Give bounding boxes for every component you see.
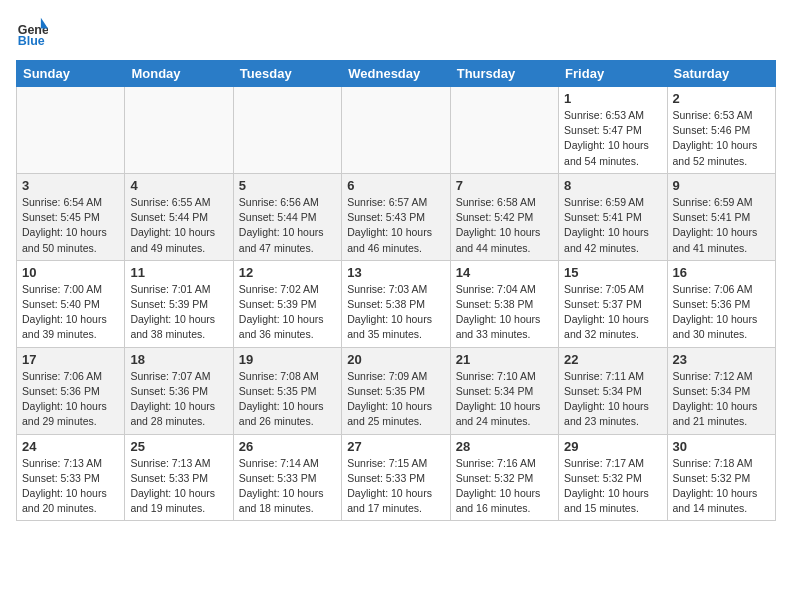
day-number: 25 — [130, 439, 227, 454]
calendar-cell: 30Sunrise: 7:18 AM Sunset: 5:32 PM Dayli… — [667, 434, 775, 521]
day-number: 7 — [456, 178, 553, 193]
day-number: 23 — [673, 352, 770, 367]
day-number: 16 — [673, 265, 770, 280]
calendar-cell: 21Sunrise: 7:10 AM Sunset: 5:34 PM Dayli… — [450, 347, 558, 434]
day-number: 9 — [673, 178, 770, 193]
calendar-cell: 14Sunrise: 7:04 AM Sunset: 5:38 PM Dayli… — [450, 260, 558, 347]
calendar-cell: 24Sunrise: 7:13 AM Sunset: 5:33 PM Dayli… — [17, 434, 125, 521]
day-number: 21 — [456, 352, 553, 367]
calendar-cell: 25Sunrise: 7:13 AM Sunset: 5:33 PM Dayli… — [125, 434, 233, 521]
day-info: Sunrise: 7:06 AM Sunset: 5:36 PM Dayligh… — [673, 282, 770, 343]
calendar-cell — [450, 87, 558, 174]
weekday-header: Friday — [559, 61, 667, 87]
calendar-cell: 5Sunrise: 6:56 AM Sunset: 5:44 PM Daylig… — [233, 173, 341, 260]
calendar-cell: 3Sunrise: 6:54 AM Sunset: 5:45 PM Daylig… — [17, 173, 125, 260]
calendar-cell: 19Sunrise: 7:08 AM Sunset: 5:35 PM Dayli… — [233, 347, 341, 434]
day-info: Sunrise: 7:08 AM Sunset: 5:35 PM Dayligh… — [239, 369, 336, 430]
day-number: 1 — [564, 91, 661, 106]
calendar-cell: 15Sunrise: 7:05 AM Sunset: 5:37 PM Dayli… — [559, 260, 667, 347]
day-number: 3 — [22, 178, 119, 193]
day-number: 30 — [673, 439, 770, 454]
weekday-header: Wednesday — [342, 61, 450, 87]
day-info: Sunrise: 7:12 AM Sunset: 5:34 PM Dayligh… — [673, 369, 770, 430]
day-number: 17 — [22, 352, 119, 367]
calendar-cell: 28Sunrise: 7:16 AM Sunset: 5:32 PM Dayli… — [450, 434, 558, 521]
calendar-body: 1Sunrise: 6:53 AM Sunset: 5:47 PM Daylig… — [17, 87, 776, 521]
calendar-table: SundayMondayTuesdayWednesdayThursdayFrid… — [16, 60, 776, 521]
calendar-week-row: 17Sunrise: 7:06 AM Sunset: 5:36 PM Dayli… — [17, 347, 776, 434]
day-info: Sunrise: 7:06 AM Sunset: 5:36 PM Dayligh… — [22, 369, 119, 430]
calendar-cell: 12Sunrise: 7:02 AM Sunset: 5:39 PM Dayli… — [233, 260, 341, 347]
calendar-week-row: 10Sunrise: 7:00 AM Sunset: 5:40 PM Dayli… — [17, 260, 776, 347]
weekday-header: Thursday — [450, 61, 558, 87]
day-info: Sunrise: 7:00 AM Sunset: 5:40 PM Dayligh… — [22, 282, 119, 343]
calendar-cell — [17, 87, 125, 174]
day-info: Sunrise: 6:53 AM Sunset: 5:46 PM Dayligh… — [673, 108, 770, 169]
page-header: General Blue — [16, 16, 776, 48]
day-info: Sunrise: 7:04 AM Sunset: 5:38 PM Dayligh… — [456, 282, 553, 343]
day-number: 29 — [564, 439, 661, 454]
calendar-week-row: 1Sunrise: 6:53 AM Sunset: 5:47 PM Daylig… — [17, 87, 776, 174]
day-info: Sunrise: 7:05 AM Sunset: 5:37 PM Dayligh… — [564, 282, 661, 343]
weekday-header: Tuesday — [233, 61, 341, 87]
day-info: Sunrise: 6:58 AM Sunset: 5:42 PM Dayligh… — [456, 195, 553, 256]
weekday-header: Monday — [125, 61, 233, 87]
calendar-cell: 6Sunrise: 6:57 AM Sunset: 5:43 PM Daylig… — [342, 173, 450, 260]
calendar-cell: 22Sunrise: 7:11 AM Sunset: 5:34 PM Dayli… — [559, 347, 667, 434]
day-number: 5 — [239, 178, 336, 193]
day-info: Sunrise: 7:13 AM Sunset: 5:33 PM Dayligh… — [22, 456, 119, 517]
day-number: 6 — [347, 178, 444, 193]
day-info: Sunrise: 7:17 AM Sunset: 5:32 PM Dayligh… — [564, 456, 661, 517]
calendar-cell: 26Sunrise: 7:14 AM Sunset: 5:33 PM Dayli… — [233, 434, 341, 521]
day-info: Sunrise: 7:14 AM Sunset: 5:33 PM Dayligh… — [239, 456, 336, 517]
day-number: 4 — [130, 178, 227, 193]
day-number: 26 — [239, 439, 336, 454]
day-info: Sunrise: 6:55 AM Sunset: 5:44 PM Dayligh… — [130, 195, 227, 256]
day-number: 27 — [347, 439, 444, 454]
day-number: 13 — [347, 265, 444, 280]
day-info: Sunrise: 7:07 AM Sunset: 5:36 PM Dayligh… — [130, 369, 227, 430]
day-number: 24 — [22, 439, 119, 454]
day-info: Sunrise: 7:16 AM Sunset: 5:32 PM Dayligh… — [456, 456, 553, 517]
calendar-cell: 2Sunrise: 6:53 AM Sunset: 5:46 PM Daylig… — [667, 87, 775, 174]
day-info: Sunrise: 7:18 AM Sunset: 5:32 PM Dayligh… — [673, 456, 770, 517]
calendar-cell: 20Sunrise: 7:09 AM Sunset: 5:35 PM Dayli… — [342, 347, 450, 434]
calendar-cell — [125, 87, 233, 174]
day-number: 2 — [673, 91, 770, 106]
calendar-cell: 8Sunrise: 6:59 AM Sunset: 5:41 PM Daylig… — [559, 173, 667, 260]
weekday-header: Sunday — [17, 61, 125, 87]
day-info: Sunrise: 6:54 AM Sunset: 5:45 PM Dayligh… — [22, 195, 119, 256]
day-info: Sunrise: 6:57 AM Sunset: 5:43 PM Dayligh… — [347, 195, 444, 256]
svg-text:Blue: Blue — [18, 34, 45, 48]
day-info: Sunrise: 7:09 AM Sunset: 5:35 PM Dayligh… — [347, 369, 444, 430]
day-number: 12 — [239, 265, 336, 280]
day-number: 8 — [564, 178, 661, 193]
day-number: 22 — [564, 352, 661, 367]
calendar-week-row: 3Sunrise: 6:54 AM Sunset: 5:45 PM Daylig… — [17, 173, 776, 260]
calendar-cell: 13Sunrise: 7:03 AM Sunset: 5:38 PM Dayli… — [342, 260, 450, 347]
day-number: 15 — [564, 265, 661, 280]
calendar-header-row: SundayMondayTuesdayWednesdayThursdayFrid… — [17, 61, 776, 87]
calendar-cell: 10Sunrise: 7:00 AM Sunset: 5:40 PM Dayli… — [17, 260, 125, 347]
calendar-cell — [233, 87, 341, 174]
calendar-cell: 16Sunrise: 7:06 AM Sunset: 5:36 PM Dayli… — [667, 260, 775, 347]
calendar-cell: 1Sunrise: 6:53 AM Sunset: 5:47 PM Daylig… — [559, 87, 667, 174]
logo-icon: General Blue — [16, 16, 48, 48]
day-info: Sunrise: 6:59 AM Sunset: 5:41 PM Dayligh… — [564, 195, 661, 256]
calendar-cell: 27Sunrise: 7:15 AM Sunset: 5:33 PM Dayli… — [342, 434, 450, 521]
day-number: 19 — [239, 352, 336, 367]
day-info: Sunrise: 7:03 AM Sunset: 5:38 PM Dayligh… — [347, 282, 444, 343]
weekday-header: Saturday — [667, 61, 775, 87]
calendar-cell: 9Sunrise: 6:59 AM Sunset: 5:41 PM Daylig… — [667, 173, 775, 260]
day-info: Sunrise: 7:15 AM Sunset: 5:33 PM Dayligh… — [347, 456, 444, 517]
day-number: 18 — [130, 352, 227, 367]
calendar-cell: 7Sunrise: 6:58 AM Sunset: 5:42 PM Daylig… — [450, 173, 558, 260]
day-number: 11 — [130, 265, 227, 280]
day-info: Sunrise: 6:53 AM Sunset: 5:47 PM Dayligh… — [564, 108, 661, 169]
day-number: 14 — [456, 265, 553, 280]
calendar-cell: 23Sunrise: 7:12 AM Sunset: 5:34 PM Dayli… — [667, 347, 775, 434]
calendar-cell: 17Sunrise: 7:06 AM Sunset: 5:36 PM Dayli… — [17, 347, 125, 434]
calendar-cell: 11Sunrise: 7:01 AM Sunset: 5:39 PM Dayli… — [125, 260, 233, 347]
day-number: 28 — [456, 439, 553, 454]
calendar-cell — [342, 87, 450, 174]
